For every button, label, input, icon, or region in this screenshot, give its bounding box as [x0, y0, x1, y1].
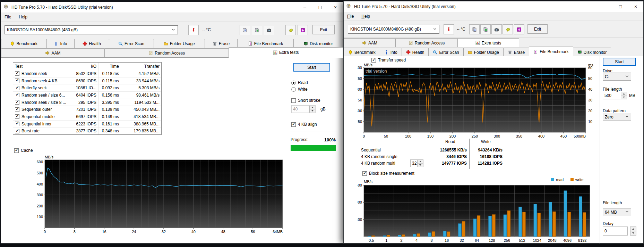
device-select[interactable]: KINGSTON SA1000M8480G (480 gB)	[5, 25, 178, 34]
tab-folder-usage[interactable]: Folder Usage	[154, 39, 205, 48]
file-length-stepper[interactable]	[621, 92, 627, 99]
taskbar[interactable]	[0, 244, 644, 247]
short-stroke-size-input[interactable]: 40	[291, 105, 316, 113]
folder-usage-icon	[468, 50, 472, 55]
window-title: HD Tune Pro 5.70 - Hard Disk/SSD Utility…	[354, 4, 456, 9]
tab-erase[interactable]: Erase	[205, 39, 238, 48]
drive-select[interactable]: C:	[603, 73, 631, 81]
tab-aam[interactable]: AAM	[344, 38, 396, 47]
test-checkbox[interactable]	[15, 100, 19, 105]
start-button[interactable]: Start	[293, 63, 330, 72]
exit-button[interactable]: Exit	[312, 25, 335, 34]
tab-extra-tests[interactable]: Extra tests	[229, 47, 343, 58]
table-row[interactable]: Sequential inner6223 IOPS0.161 ms388.965…	[13, 120, 161, 127]
test-checkbox[interactable]	[15, 122, 19, 126]
tab-error-scan[interactable]: Error Scan	[109, 39, 154, 48]
file-length-input[interactable]: 500	[603, 92, 627, 99]
save-button[interactable]	[514, 24, 524, 34]
block-size-checkbox-box[interactable]	[362, 171, 367, 176]
exit-button[interactable]: Exit	[527, 24, 548, 34]
test-checkbox[interactable]	[15, 107, 19, 112]
cache-checkbox-box[interactable]	[14, 148, 19, 153]
menubar: FileHelp	[344, 12, 643, 21]
test-checkbox[interactable]	[15, 71, 19, 76]
tab-info[interactable]: Info	[380, 48, 402, 57]
write-radio[interactable]: Write	[291, 87, 308, 92]
4kb-align-checkbox[interactable]: 4 KB align	[291, 122, 317, 127]
short-stroke-size-stepper[interactable]	[309, 106, 315, 113]
read-radio-circle[interactable]	[291, 81, 296, 85]
block-size-checkbox[interactable]: Block size measurement	[362, 171, 414, 176]
copy-image-button[interactable]	[480, 24, 491, 34]
start-button[interactable]: Start	[603, 58, 636, 66]
write-radio-circle[interactable]	[291, 87, 296, 92]
test-checkbox[interactable]	[15, 129, 19, 133]
tab-benchmark[interactable]: Benchmark	[1, 39, 47, 48]
tab-random-access[interactable]: Random Access	[395, 38, 458, 47]
delay-input[interactable]: 0	[603, 227, 628, 236]
save-button[interactable]	[298, 25, 308, 35]
device-select[interactable]: KINGSTON SA1000M8480G (480 gB)	[348, 25, 439, 34]
table-row[interactable]: Burst rate2877 IOPS0.348 ms179.835 MB...	[13, 127, 161, 135]
tab-aam[interactable]: AAM	[1, 48, 105, 57]
tab-erase[interactable]: Erase	[503, 48, 529, 57]
temperature-button[interactable]	[188, 25, 199, 35]
close-button[interactable]: ×	[628, 1, 643, 12]
screenshot-button[interactable]	[491, 24, 502, 34]
hand-button[interactable]	[503, 24, 513, 34]
data-pattern-select[interactable]: Zero	[603, 113, 631, 121]
minimize-button[interactable]: –	[598, 1, 613, 12]
svg-text:8192: 8192	[578, 238, 586, 242]
hand-button[interactable]	[285, 25, 296, 35]
time-cell: 0.118 ms	[98, 70, 121, 77]
menu-item-file[interactable]: File	[347, 14, 354, 19]
column-header: Test	[13, 63, 72, 70]
tab-disk-monitor[interactable]: Disk monitor	[573, 48, 611, 57]
test-checkbox[interactable]	[15, 114, 19, 119]
tab-label: AAM	[368, 41, 377, 46]
read-radio[interactable]: Read	[291, 80, 308, 85]
menu-item-help[interactable]: Help	[361, 14, 370, 19]
tab-label: Info	[390, 50, 397, 55]
menu-item-help[interactable]: Help	[19, 15, 27, 19]
tab-error-scan[interactable]: Error Scan	[428, 48, 463, 57]
close-button[interactable]: ×	[328, 2, 343, 13]
table-row[interactable]: Random seek8502 IOPS0.118 ms4.152 MB/s	[13, 70, 161, 77]
delay-stepper[interactable]	[630, 227, 636, 236]
tab-info[interactable]: Info	[46, 39, 75, 48]
screenshot-button[interactable]	[264, 25, 274, 35]
table-row[interactable]: Random seek / size 8 ...295 IOPS3.395 ms…	[13, 99, 161, 106]
tab-disk-monitor[interactable]: Disk monitor	[293, 39, 343, 48]
copy-report-button[interactable]	[469, 24, 480, 34]
tab-file-benchmark[interactable]: File Benchmark	[237, 39, 294, 48]
temperature-button[interactable]	[444, 24, 454, 34]
short-stroke-checkbox[interactable]: Short stroke	[291, 98, 320, 103]
tab-health[interactable]: Health	[74, 39, 109, 48]
table-row[interactable]: Random seek / size 6...6404 IOPS0.156 ms…	[13, 91, 161, 99]
cache-checkbox[interactable]: Cache	[14, 148, 33, 153]
4kb-align-checkbox-box[interactable]	[291, 122, 296, 127]
tab-folder-usage[interactable]: Folder Usage	[463, 48, 504, 57]
menu-item-file[interactable]: File	[5, 15, 11, 19]
test-checkbox[interactable]	[15, 93, 19, 97]
tab-benchmark[interactable]: Benchmark	[344, 48, 380, 57]
tab-random-access[interactable]: Random Access	[104, 48, 229, 57]
transfer-speed-checkbox[interactable]: Transfer speed	[371, 58, 406, 63]
copy-image-button[interactable]	[252, 25, 262, 35]
test-checkbox[interactable]	[15, 79, 19, 83]
table-row[interactable]: Random seek 4 KB8690 IOPS0.115 ms33.944 …	[13, 77, 161, 84]
copy-report-button[interactable]	[240, 25, 250, 35]
tab-health[interactable]: Health	[402, 48, 429, 57]
maximize-button[interactable]: □	[613, 1, 628, 12]
minimize-button[interactable]: –	[297, 2, 312, 13]
tab-extra-tests[interactable]: Extra tests	[457, 38, 519, 47]
maximize-button[interactable]: □	[312, 2, 328, 13]
short-stroke-checkbox-box[interactable]	[291, 98, 296, 103]
block-file-length-select[interactable]: 64 MB	[603, 208, 631, 216]
table-row[interactable]: Sequential middle6697 IOPS0.149 ms418.53…	[13, 113, 161, 120]
table-row[interactable]: Butterfly seek10861 IO...0.092 ms5.303 M…	[13, 84, 161, 91]
table-row[interactable]: Sequential outer7201 IOPS0.139 ms450.043…	[13, 106, 161, 113]
test-checkbox[interactable]	[15, 86, 19, 90]
transfer-speed-checkbox-box[interactable]	[371, 58, 376, 63]
tab-file-benchmark[interactable]: File Benchmark	[529, 47, 573, 57]
